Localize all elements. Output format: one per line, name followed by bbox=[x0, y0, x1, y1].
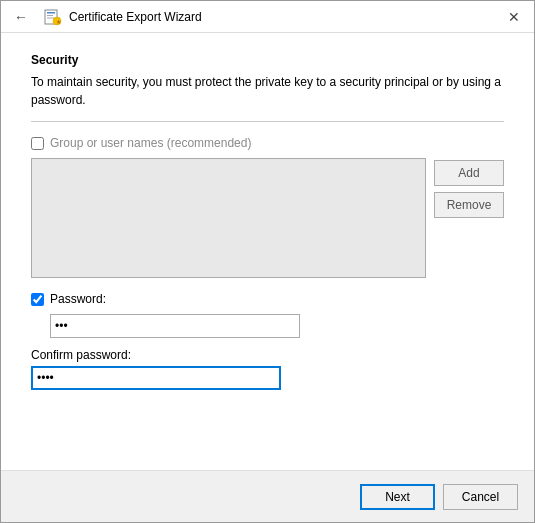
title-bar-left: ← ★ Certificate Export Wizard bbox=[9, 5, 202, 29]
confirm-password-input[interactable] bbox=[31, 366, 281, 390]
next-button[interactable]: Next bbox=[360, 484, 435, 510]
password-label: Password: bbox=[50, 292, 106, 306]
add-button[interactable]: Add bbox=[434, 160, 504, 186]
title-bar: ← ★ Certificate Export Wizard ✕ bbox=[1, 1, 534, 33]
security-description: To maintain security, you must protect t… bbox=[31, 73, 504, 109]
group-listbox[interactable] bbox=[31, 158, 426, 278]
group-buttons: Add Remove bbox=[434, 158, 504, 278]
svg-rect-2 bbox=[47, 15, 53, 16]
group-checkbox-row: Group or user names (recommended) bbox=[31, 136, 504, 150]
confirm-password-label: Confirm password: bbox=[31, 348, 131, 362]
password-input[interactable] bbox=[50, 314, 300, 338]
close-button[interactable]: ✕ bbox=[502, 5, 526, 29]
password-input-row bbox=[50, 314, 504, 338]
group-area: Add Remove bbox=[31, 158, 504, 278]
cancel-button[interactable]: Cancel bbox=[443, 484, 518, 510]
wizard-window: ← ★ Certificate Export Wizard ✕ Security… bbox=[0, 0, 535, 523]
cert-icon: ★ bbox=[43, 7, 63, 27]
content-area: Security To maintain security, you must … bbox=[1, 33, 534, 470]
group-checkbox-label: Group or user names (recommended) bbox=[50, 136, 251, 150]
confirm-input-row bbox=[31, 366, 504, 390]
svg-text:★: ★ bbox=[56, 19, 61, 25]
security-heading: Security bbox=[31, 53, 504, 67]
divider bbox=[31, 121, 504, 122]
window-title: Certificate Export Wizard bbox=[69, 10, 202, 24]
password-row: Password: bbox=[31, 292, 504, 306]
svg-rect-1 bbox=[47, 12, 55, 14]
back-button[interactable]: ← bbox=[9, 5, 33, 29]
remove-button[interactable]: Remove bbox=[434, 192, 504, 218]
password-checkbox[interactable] bbox=[31, 293, 44, 306]
svg-rect-3 bbox=[47, 17, 54, 18]
confirm-label-row: Confirm password: bbox=[31, 348, 504, 362]
group-checkbox[interactable] bbox=[31, 137, 44, 150]
title-bar-right: ✕ bbox=[502, 5, 526, 29]
footer: Next Cancel bbox=[1, 470, 534, 522]
